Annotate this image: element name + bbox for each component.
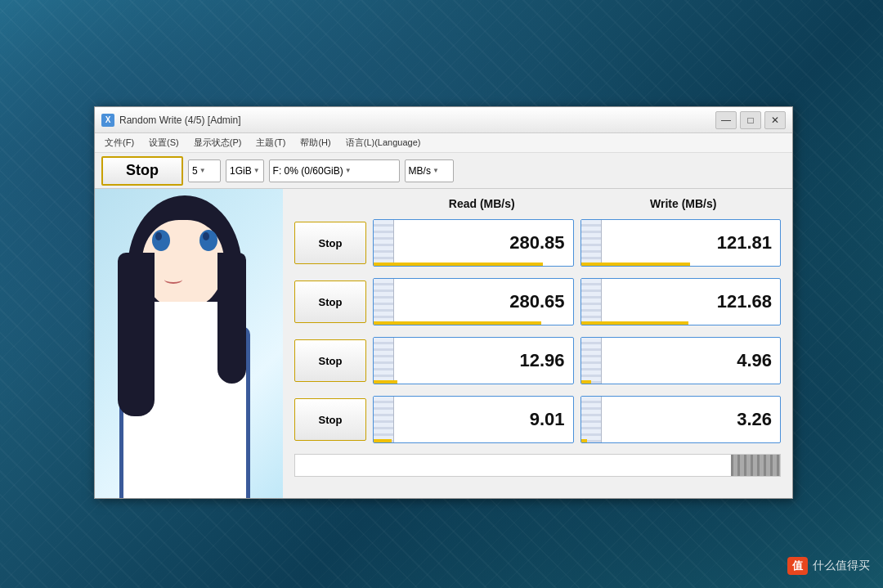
unit-select[interactable]: MB/s ▼ (405, 159, 454, 182)
write-value-row1: 121.81 (717, 232, 772, 254)
write-box-row1: 121.81 (580, 219, 782, 267)
drive-select[interactable]: F: 0% (0/60GiB) ▼ (269, 159, 400, 182)
size-select-arrow: ▼ (253, 167, 260, 174)
hair-side-right (217, 253, 246, 384)
table-row: Stop 9.01 3.26 (294, 392, 781, 447)
write-bar-row1 (581, 263, 691, 266)
read-box-row2: 280.65 (373, 278, 574, 325)
write-box-row3: 4.96 (580, 337, 782, 384)
menu-bar: 文件(F) 设置(S) 显示状态(P) 主题(T) 帮助(H) 语言(L)(La… (95, 133, 792, 153)
drive-select-value: F: 0% (0/60GiB) (273, 165, 343, 177)
write-value-row3: 4.96 (737, 350, 772, 371)
menu-theme[interactable]: 主题(T) (249, 135, 292, 150)
header-read: Read (MB/s) (384, 197, 580, 210)
stop-button-row4[interactable]: Stop (294, 398, 366, 441)
stop-button-row2[interactable]: Stop (294, 281, 366, 323)
read-box-row4: 9.01 (373, 396, 574, 443)
app-icon: X (101, 114, 114, 127)
anime-figure (111, 189, 258, 498)
num-select-arrow: ▼ (199, 167, 206, 174)
read-bar-row3 (374, 380, 397, 384)
data-panel: Read (MB/s) Write (MB/s) Stop 280.85 121… (283, 189, 792, 498)
write-bar-row2 (581, 321, 688, 325)
watermark: 值 什么值得买 (787, 557, 870, 575)
read-bar-row1 (374, 263, 543, 266)
main-stop-button[interactable]: Stop (101, 156, 183, 186)
anime-character (95, 189, 283, 498)
table-headers: Read (MB/s) Write (MB/s) (294, 197, 781, 212)
main-window: X Random Write (4/5) [Admin] — □ ✕ 文件(F)… (94, 106, 793, 499)
write-bar-row3 (581, 380, 591, 384)
write-value-row4: 3.26 (737, 409, 772, 430)
header-write: Write (MB/s) (586, 197, 782, 210)
close-button[interactable]: ✕ (764, 111, 786, 129)
size-select[interactable]: 1GiB ▼ (226, 159, 264, 182)
watermark-text: 什么值得买 (813, 559, 870, 573)
menu-display[interactable]: 显示状态(P) (187, 135, 249, 150)
num-select[interactable]: 5 ▼ (188, 159, 221, 182)
write-box-row4: 3.26 (580, 396, 782, 443)
minimize-button[interactable]: — (715, 111, 737, 129)
content-area: Read (MB/s) Write (MB/s) Stop 280.85 121… (95, 189, 792, 498)
table-row: Stop 280.85 121.81 (294, 215, 781, 271)
read-box-row1: 280.85 (373, 219, 574, 267)
title-bar: X Random Write (4/5) [Admin] — □ ✕ (95, 107, 792, 133)
write-value-row2: 121.68 (717, 291, 772, 312)
eye-left (152, 230, 170, 251)
read-value-row4: 9.01 (530, 409, 565, 430)
menu-help[interactable]: 帮助(H) (294, 135, 337, 150)
read-value-row2: 280.65 (509, 291, 564, 312)
table-row: Stop 12.96 4.96 (294, 333, 781, 388)
read-value-row3: 12.96 (519, 350, 564, 371)
num-select-value: 5 (192, 165, 198, 177)
drive-select-arrow: ▼ (345, 167, 352, 174)
unit-select-value: MB/s (409, 165, 431, 177)
mouth (164, 276, 182, 284)
hair-side-left (118, 253, 155, 416)
window-title: Random Write (4/5) [Admin] (119, 114, 715, 126)
toolbar: Stop 5 ▼ 1GiB ▼ F: 0% (0/60GiB) ▼ MB/s ▼ (95, 153, 792, 189)
eye-right (199, 230, 217, 251)
table-row: Stop 280.65 121.68 (294, 274, 781, 330)
read-bar-row4 (374, 439, 392, 442)
progress-fill (731, 455, 780, 476)
window-controls: — □ ✕ (715, 111, 786, 129)
menu-file[interactable]: 文件(F) (98, 135, 141, 150)
read-bar-row2 (374, 321, 541, 325)
stop-button-row1[interactable]: Stop (294, 222, 366, 264)
progress-bar (294, 454, 781, 477)
write-box-row2: 121.68 (580, 278, 782, 325)
read-value-row1: 280.85 (509, 232, 564, 254)
read-box-row3: 12.96 (373, 337, 574, 384)
restore-button[interactable]: □ (740, 111, 761, 129)
write-bar-row4 (581, 439, 587, 442)
unit-select-arrow: ▼ (433, 167, 439, 174)
size-select-value: 1GiB (230, 165, 252, 177)
menu-language[interactable]: 语言(L)(Language) (339, 135, 428, 150)
watermark-logo: 值 (787, 557, 808, 575)
menu-settings[interactable]: 设置(S) (142, 135, 186, 150)
stop-button-row3[interactable]: Stop (294, 339, 366, 382)
